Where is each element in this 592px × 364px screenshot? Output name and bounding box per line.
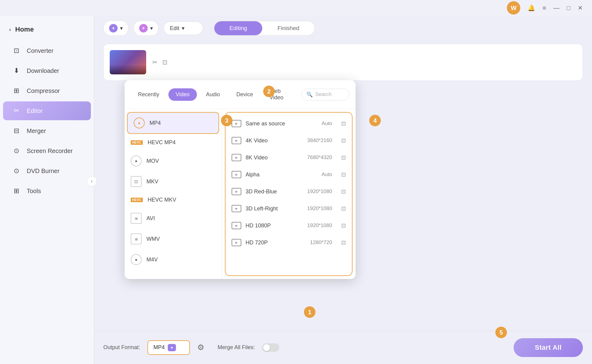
tab-finished[interactable]: Finished [262,21,315,35]
quality-edit-3d-red-blue[interactable]: ⊡ [341,188,346,195]
main-content: + ▾ + ▾ Edit ▾ Editing Finished ✂ ⊡ [94,0,592,364]
hevc-mkv-badge: HEVC [131,198,143,202]
format-label-avi: AVI [146,215,155,222]
mov-icon: ● [131,155,142,166]
quality-name-hd-720p: HD 720P [246,240,306,246]
bottom-bar: Output Format: MP4 ▾ ⚙ Merge All Files: … [94,331,592,364]
format-tabs: Recently Video Audio Device Web Video 🔍 … [125,80,356,109]
tab-editing[interactable]: Editing [214,21,262,35]
sidebar-item-dvd-burner[interactable]: ⊙ DVD Burner [3,162,91,180]
quality-edit-hd-1080p[interactable]: ⊡ [341,222,346,229]
wmv-icon: ▦ [131,233,142,244]
sidebar-label-downloader: Downloader [27,67,59,74]
output-format-label: Output Format: [103,344,140,351]
quality-edit-3d-left-right[interactable]: ⊡ [341,205,346,212]
quality-edit-alpha[interactable]: ⊡ [341,171,346,178]
notification-btn[interactable]: 🔔 [528,4,535,12]
sidebar-collapse-btn[interactable]: ‹ [87,176,97,186]
quality-item-same-as-source[interactable]: Same as source Auto ⊡ [225,115,352,132]
quality-item-4k[interactable]: 4K Video 3840*2160 ⊡ [225,132,352,149]
tools-icon: ⊞ [12,187,21,195]
format-tab-device[interactable]: Device [229,88,260,101]
menu-btn[interactable]: ≡ [542,5,546,12]
format-item-avi[interactable]: ▦ AVI [125,208,222,229]
quality-item-hd-720p[interactable]: HD 720P 1280*720 ⊡ [225,234,352,251]
step-badge-2: 2 [263,86,275,97]
sidebar-label-compressor: Compressor [27,87,60,94]
hevc-badge: HEVC [131,140,143,145]
cut-icon[interactable]: ✂ [152,59,157,66]
titlebar: W 🔔 ≡ — □ ✕ [0,0,592,16]
sidebar-item-downloader[interactable]: ⬇ Downloader [3,61,91,80]
start-all-btn[interactable]: Start All [514,338,583,357]
sidebar-label-dvd-burner: DVD Burner [27,168,60,175]
gear-settings-btn[interactable]: ⚙ [197,343,204,352]
mp4-icon: ● [134,117,145,128]
add-file-btn[interactable]: + ▾ [103,21,129,36]
sidebar-item-editor[interactable]: ✂ Editor [3,101,91,120]
quality-item-8k[interactable]: 8K Video 7680*4320 ⊡ [225,149,352,166]
sidebar-home[interactable]: ‹ Home [0,18,94,41]
quality-edit-hd-720p[interactable]: ⊡ [341,239,346,246]
format-item-hevc-mkv[interactable]: HEVC HEVC MKV [125,192,222,208]
quality-res-8k: 7680*4320 [307,155,332,161]
format-item-wmv[interactable]: ▦ WMV [125,229,222,249]
quality-res-alpha: Auto [322,172,332,178]
format-item-hevc-mp4[interactable]: HEVC HEVC MP4 [125,134,222,151]
quality-item-alpha[interactable]: Alpha Auto ⊡ [225,166,352,183]
step-badge-1: 1 [304,306,315,318]
add-file-label: ▾ [120,25,123,32]
quality-icon-4k [232,137,241,144]
quality-name-same: Same as source [246,121,317,127]
quality-res-same: Auto [322,121,332,127]
quality-name-3d-left-right: 3D Left-Right [246,206,303,212]
format-list: ● MP4 HEVC HEVC MP4 ● MOV ⊡ [125,109,222,279]
merge-files-label: Merge All Files: [218,344,255,351]
quality-name-8k: 8K Video [246,155,303,161]
format-tab-audio[interactable]: Audio [199,88,227,101]
edit-icon[interactable]: ⊡ [162,59,167,66]
quality-edit-4k[interactable]: ⊡ [341,137,346,144]
quality-name-3d-red-blue: 3D Red-Blue [246,189,303,195]
quality-edit-same[interactable]: ⊡ [341,120,346,127]
quality-res-3d-red-blue: 1920*1080 [307,189,332,195]
add-url-label: ▾ [150,25,153,32]
search-icon: 🔍 [306,91,313,98]
sidebar-item-tools[interactable]: ⊞ Tools [3,182,91,200]
merger-icon: ⊟ [12,127,21,135]
format-item-mov[interactable]: ● MOV [125,151,222,171]
quality-item-3d-red-blue[interactable]: 3D Red-Blue 1920*1080 ⊡ [225,183,352,200]
quality-icon-3d-red-blue [232,188,241,195]
quality-edit-8k[interactable]: ⊡ [341,154,346,161]
format-label-mkv: MKV [146,179,158,185]
format-item-mkv[interactable]: ⊡ MKV [125,171,222,192]
search-box[interactable]: 🔍 Search [301,89,349,100]
quality-item-hd-1080p[interactable]: HD 1080P 1920*1080 ⊡ [225,217,352,234]
format-tab-video[interactable]: Video [168,88,197,101]
format-label-hevc-mkv: HEVC MKV [148,197,176,203]
add-url-btn[interactable]: + ▾ [133,21,159,36]
sidebar-item-merger[interactable]: ⊟ Merger [3,121,91,140]
sidebar-item-compressor[interactable]: ⊞ Compressor [3,81,91,100]
merge-toggle[interactable] [262,343,279,352]
content-area: ✂ ⊡ Recently Video Audio Device [94,41,592,364]
edit-dropdown[interactable]: Edit ▾ [163,22,203,35]
format-tab-recently[interactable]: Recently [131,88,167,101]
quality-item-3d-left-right[interactable]: 3D Left-Right 1920*1080 ⊡ [225,200,352,217]
maximize-btn[interactable]: □ [567,5,570,12]
sidebar-label-tools: Tools [27,188,41,195]
tab-group: Editing Finished [214,21,315,36]
quality-name-4k: 4K Video [246,138,303,144]
quality-icon-alpha [232,171,241,178]
minimize-btn[interactable]: — [553,5,559,12]
compressor-icon: ⊞ [12,87,21,95]
sidebar-item-converter[interactable]: ⊡ Converter [3,41,91,60]
output-format-select[interactable]: MP4 ▾ [147,340,190,355]
sidebar-item-screen-recorder[interactable]: ⊙ Screen Recorder [3,141,91,160]
format-item-m4v[interactable]: ● M4V [125,249,222,270]
converter-icon: ⊡ [12,47,21,55]
format-item-mp4[interactable]: ● MP4 [127,112,219,134]
add-file-icon: + [109,24,118,32]
edit-dropdown-arrow: ▾ [182,25,184,32]
close-btn[interactable]: ✕ [578,4,583,12]
